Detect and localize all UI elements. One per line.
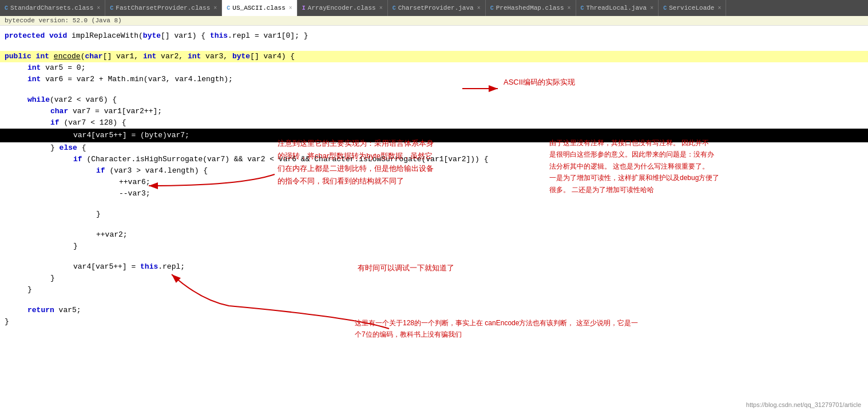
tab-close[interactable]: × (97, 5, 100, 11)
watermark-text: https://blog.csdn.net/qq_31279701/articl… (746, 401, 861, 408)
code-line-close-method: } (0, 316, 868, 328)
code-line-var6: int var6 = var2 + Math.min(var3, var4.le… (0, 74, 868, 85)
code-line-empty1 (0, 42, 868, 51)
tab-icon-i: I (302, 5, 306, 11)
tab-arrayencoder[interactable]: I ArrayEncoder.class × (298, 0, 388, 16)
tab-serviceloader[interactable]: C ServiceLoade × (659, 0, 726, 16)
tab-charsetprovider[interactable]: C CharsetProvider.java × (388, 0, 486, 16)
tab-close2[interactable]: × (213, 5, 217, 11)
code-line-if-surrogate: if (Character.isHighSurrogate(var7) && v… (0, 154, 868, 165)
code-line-close-while: } (0, 284, 868, 296)
tab-close7[interactable]: × (650, 5, 653, 11)
tab-icon-c4: C (393, 5, 396, 11)
code-line-inc-var2: ++var2; (0, 229, 868, 241)
tab-threadlocal[interactable]: C ThreadLocal.java × (576, 0, 659, 16)
code-line-inc-var6: ++var6; (0, 177, 868, 188)
code-line-1: protected void implReplaceWith(byte[] va… (0, 30, 868, 42)
tab-close4[interactable]: × (379, 5, 383, 11)
tab-close8[interactable]: × (718, 5, 721, 11)
tab-label4: ArrayEncoder.class (308, 5, 376, 11)
code-area[interactable]: protected void implReplaceWith(byte[] va… (0, 26, 868, 413)
code-line-if-var3: if (var3 > var4.length) { (0, 165, 868, 177)
code-line-var7: char var7 = var1[var2++]; (0, 106, 868, 117)
tab-icon-c3: C (227, 5, 230, 11)
tab-label5: CharsetProvider.java (398, 5, 474, 11)
tab-icon-c2: C (110, 5, 113, 11)
tab-close3[interactable]: × (289, 5, 292, 11)
tab-label6: PreHashedMap.class (496, 5, 564, 11)
code-line-empty2 (0, 85, 868, 94)
tab-bar: C StandardCharsets.class × C FastCharset… (0, 0, 868, 16)
code-line-while: while(var2 < var6) { (0, 94, 868, 106)
code-line-empty5 (0, 252, 868, 261)
tab-label3: US_ASCII.class (232, 5, 285, 11)
tab-standardcharsets[interactable]: C StandardCharsets.class × (0, 0, 105, 16)
tab-label8: ServiceLoade (669, 5, 714, 11)
watermark: https://blog.csdn.net/qq_31279701/articl… (746, 401, 861, 408)
code-line-close-else-inner: } (0, 241, 868, 252)
code-line-empty6 (0, 296, 868, 305)
tab-close5[interactable]: × (477, 5, 481, 11)
code-line-var5: int var5 = 0; (0, 62, 868, 74)
tab-icon-c6: C (581, 5, 584, 11)
tab-icon-c7: C (663, 5, 667, 11)
code-line-if128: if (var7 < 128) { (0, 117, 868, 129)
code-line-encode: public int encode(char[] var1, int var2,… (0, 51, 868, 62)
code-line-empty3 (0, 199, 868, 209)
code-line-dec-var3: --var3; (0, 188, 868, 199)
status-bar: bytecode version: 52.0 (Java 8) (0, 16, 868, 26)
code-line-close-if-var3: } (0, 209, 868, 220)
tab-prehashedmap[interactable]: C PreHashedMap.class × (486, 0, 576, 16)
code-line-highlighted: var4[var5++] = (byte)var7; (0, 129, 868, 142)
tab-close6[interactable]: × (568, 5, 571, 11)
tab-usascii[interactable]: C US_ASCII.class × (222, 0, 297, 16)
tab-label2: FastCharsetProvider.class (116, 5, 210, 11)
code-line-else: } else { (0, 142, 868, 154)
tab-label: StandardCharsets.class (10, 5, 93, 11)
tab-label7: ThreadLocal.java (586, 5, 647, 11)
tab-fastcharset[interactable]: C FastCharsetProvider.class × (105, 0, 222, 16)
tab-icon-c5: C (490, 5, 494, 11)
status-text: bytecode version: 52.0 (Java 8) (5, 17, 122, 24)
code-line-return: return var5; (0, 305, 868, 316)
code-line-empty4 (0, 220, 868, 229)
code-line-repl: var4[var5++] = this.repl; (0, 261, 868, 273)
tab-icon-c: C (5, 5, 8, 11)
code-line-close-else: } (0, 273, 868, 284)
